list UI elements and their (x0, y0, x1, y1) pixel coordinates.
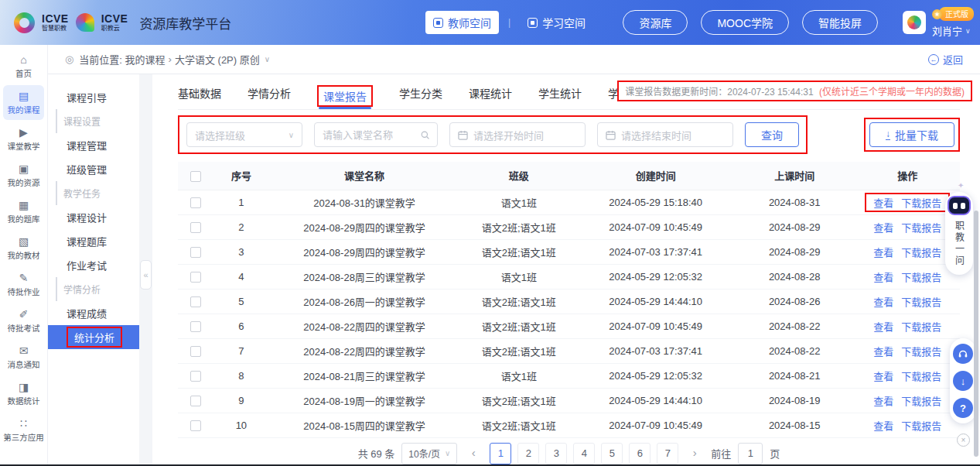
sidebar-item-third-party-apps[interactable]: ∷第三方应用 (3, 413, 44, 447)
vertical-scrollbar[interactable] (974, 211, 978, 457)
user-name[interactable]: 刘肖宁 ∨ (932, 23, 971, 38)
help-button[interactable]: ? (953, 398, 973, 418)
tabs-row: 基础数据学情分析课堂报告学生分类课程统计学生统计学习预警 课堂报告数据更新时间：… (178, 81, 960, 110)
view-link[interactable]: 查看 (873, 420, 893, 432)
menu-item-course-guide[interactable]: 课程引导 (48, 85, 139, 109)
menu-item-statistical-analysis[interactable]: 统计分析 (48, 325, 139, 349)
page-button-5[interactable]: 5 (601, 443, 623, 464)
row-checkbox[interactable] (190, 296, 201, 307)
resource-library-button[interactable]: 资源库 (623, 10, 688, 35)
download-report-link[interactable]: 下载报告 (901, 346, 941, 358)
start-time-cell: 2024-08-19 (734, 388, 855, 413)
prev-page-button[interactable]: ‹ (464, 443, 483, 464)
row-checkbox[interactable] (190, 371, 201, 382)
seq-cell: 2 (214, 214, 269, 239)
sidebar-item-data-statistics[interactable]: ◨数据统计 (3, 376, 44, 411)
sidebar-item-home[interactable]: ⌂首页 (3, 49, 44, 84)
menu-item-course-design[interactable]: 课程设计 (48, 205, 139, 229)
view-link[interactable]: 查看 (873, 371, 893, 382)
row-checkbox[interactable] (190, 420, 201, 431)
seq-cell: 10 (214, 413, 269, 437)
select-all-checkbox[interactable] (190, 171, 201, 182)
page-button-7[interactable]: 7 (657, 443, 678, 464)
view-link[interactable]: 查看 (873, 396, 893, 407)
download-report-link[interactable]: 下载报告 (901, 272, 941, 283)
tab-student-classification[interactable]: 学生分类 (399, 81, 442, 109)
download-report-link[interactable]: 下载报告 (901, 321, 941, 333)
view-link[interactable]: 查看 (873, 247, 893, 259)
classes-cell: 语文2班;语文1班 (460, 388, 578, 413)
nav-learning-space[interactable]: 学习空间 (520, 11, 593, 34)
sidebar-item-my-courses[interactable]: ▤我的课程 (3, 85, 44, 120)
sidebar-item-pending-homework[interactable]: ✎待批作业 (3, 267, 44, 302)
page-button-3[interactable]: 3 (545, 443, 567, 464)
tab-student-statistics[interactable]: 学生统计 (538, 81, 582, 109)
download-center-button[interactable]: ↓ (953, 371, 973, 391)
menu-item-course-question-bank[interactable]: 课程题库 (48, 229, 139, 253)
page-button-2[interactable]: 2 (517, 443, 539, 464)
row-checkbox[interactable] (190, 247, 201, 258)
sidebar-item-my-textbooks[interactable]: ▧我的教材 (3, 231, 44, 266)
row-checkbox[interactable] (190, 396, 201, 406)
sidebar-item-notifications[interactable]: ✉消息通知 (3, 340, 44, 375)
row-checkbox[interactable] (190, 197, 201, 208)
menu-item-class-management[interactable]: 班级管理 (48, 157, 139, 181)
download-report-link[interactable]: 下载报告 (901, 197, 941, 209)
goto-page-input[interactable] (738, 443, 763, 464)
assistant-widget[interactable]: 职教一问 (945, 192, 973, 275)
download-report-link[interactable]: 下载报告 (901, 420, 941, 432)
page-size-select[interactable]: 10条/页 ∨ (401, 443, 457, 464)
download-report-link[interactable]: 下载报告 (901, 396, 941, 407)
row-checkbox[interactable] (190, 272, 201, 283)
sidebar-item-pending-exams[interactable]: ✐待批考试 (3, 303, 44, 338)
view-link[interactable]: 查看 (873, 222, 893, 234)
next-page-button[interactable]: › (685, 443, 704, 464)
collapse-sidebar-handle[interactable]: « (140, 260, 152, 290)
page-button-4[interactable]: 4 (573, 443, 595, 464)
menu-item-course-management[interactable]: 课程管理 (48, 133, 139, 157)
view-link[interactable]: 查看 (873, 272, 893, 283)
nav-teacher-space[interactable]: 教师空间 (425, 11, 499, 34)
close-toolbar-button[interactable]: × (957, 433, 970, 447)
page-button-6[interactable]: 6 (629, 443, 650, 464)
class-name-input[interactable] (323, 129, 415, 141)
back-button[interactable]: ← 返回 (928, 52, 963, 67)
avatar[interactable] (903, 11, 926, 34)
apps-icon: ∷ (20, 418, 27, 429)
view-link[interactable]: 查看 (873, 197, 893, 209)
row-checkbox[interactable] (190, 321, 201, 332)
page-button-1[interactable]: 1 (490, 443, 511, 464)
batch-download-button[interactable]: ↓ 批量下载 (869, 122, 954, 147)
sidebar-item-classroom-teaching[interactable]: ▶课堂教学 (3, 122, 44, 156)
breadcrumb-root[interactable]: 我的课程 (125, 52, 166, 67)
menu-item-course-grades[interactable]: 课程成绩 (48, 301, 139, 325)
tab-course-statistics[interactable]: 课程统计 (469, 81, 512, 109)
chevron-down-icon[interactable]: ∨ (265, 55, 270, 63)
mooc-academy-button[interactable]: MOOC学院 (701, 10, 789, 35)
tab-learning-analysis[interactable]: 学情分析 (248, 81, 291, 109)
class-name-search[interactable] (314, 122, 438, 147)
start-date-picker[interactable]: 请选择开始时间 (449, 122, 586, 147)
download-report-link[interactable]: 下载报告 (901, 222, 941, 234)
end-date-picker[interactable]: 请选择结束时间 (597, 122, 733, 147)
view-link[interactable]: 查看 (873, 296, 893, 308)
menu-item-homework-exam[interactable]: 作业考试 (48, 253, 139, 277)
view-link[interactable]: 查看 (873, 346, 893, 358)
class-select[interactable]: 请选择班级 ∨ (186, 122, 302, 147)
search-button[interactable]: 查询 (745, 122, 799, 147)
row-checkbox[interactable] (190, 346, 201, 357)
courses-icon: ▤ (19, 91, 29, 101)
smart-cast-button[interactable]: 智能投屏 (802, 10, 878, 35)
tab-class-report[interactable]: 课堂报告 (317, 81, 373, 109)
breadcrumb-current[interactable]: 大学语文 (2P) 原创 (175, 52, 260, 67)
sidebar-item-my-question-bank[interactable]: ▦我的题库 (3, 194, 44, 229)
tab-basic-data[interactable]: 基础数据 (178, 81, 221, 109)
view-link[interactable]: 查看 (873, 321, 893, 333)
download-report-link[interactable]: 下载报告 (901, 296, 941, 308)
download-report-link[interactable]: 下载报告 (901, 371, 941, 382)
download-report-link[interactable]: 下载报告 (901, 247, 941, 259)
customer-service-button[interactable] (953, 344, 973, 364)
row-checkbox[interactable] (190, 222, 201, 233)
sidebar-item-my-resources[interactable]: ▣我的资源 (3, 158, 44, 193)
user-block[interactable]: ★ 正式版 刘肖宁 ∨ (903, 0, 974, 45)
